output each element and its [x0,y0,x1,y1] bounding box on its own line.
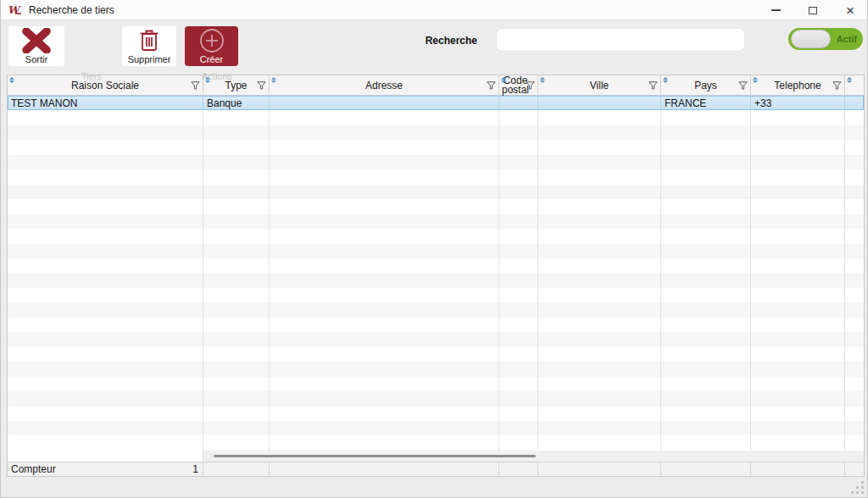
sort-icon[interactable] [663,77,668,83]
table-cell [499,125,538,140]
table-cell [499,421,538,435]
table-cell [270,125,499,140]
table-cell [661,110,751,125]
table-cell [203,185,270,199]
table-row[interactable] [8,140,864,154]
table-cell [203,391,270,406]
table-cell [845,273,864,287]
table-cell [270,391,499,406]
window-title: Recherche de tiers [29,4,114,16]
footer-cell [751,462,845,476]
sort-icon[interactable] [847,77,852,83]
table-cell [538,421,661,435]
table-cell [203,347,270,362]
sort-icon[interactable] [501,77,506,83]
table-row[interactable] [8,169,864,184]
filter-icon[interactable] [191,81,200,90]
sort-icon[interactable] [753,77,758,83]
table-cell [538,185,661,199]
table-row[interactable] [8,318,864,332]
table-cell [751,258,845,273]
table-row[interactable] [8,347,864,362]
minimize-button[interactable] [757,0,794,20]
table-row[interactable] [8,214,864,229]
tiers-table: Raison SocialeTypeAdresseCode postalVill… [7,75,865,477]
footer-cell [270,462,499,476]
table-row[interactable] [8,407,864,421]
table-cell [845,347,864,362]
column-header-label: Raison Sociale [71,81,139,91]
table-cell [661,302,751,317]
filter-icon[interactable] [526,81,535,90]
table-row[interactable] [8,155,864,169]
maximize-button[interactable] [794,0,832,20]
trash-icon [139,26,159,54]
table-row[interactable] [8,391,864,406]
create-button[interactable]: Créer [185,26,238,66]
active-toggle[interactable]: Actif [788,28,863,50]
table-cell [661,347,751,362]
table-cell [270,258,499,273]
table-cell: FRANCE [661,96,751,110]
table-cell [661,318,751,332]
table-row[interactable] [8,362,864,376]
table-cell [203,362,270,376]
table-cell: TEST MANON [8,96,203,110]
close-button[interactable]: × [832,0,868,20]
table-cell [845,362,864,376]
table-cell [270,214,499,229]
table-cell [499,140,538,154]
maximize-icon [809,7,817,14]
table-cell [499,302,538,317]
table-cell [499,258,538,273]
table-row[interactable] [8,258,864,273]
table-row[interactable] [8,185,864,199]
table-row[interactable] [8,110,864,125]
table-row[interactable] [8,244,864,258]
table-row[interactable] [8,332,864,346]
resize-grip[interactable] [850,480,864,494]
table-cell [751,407,845,421]
table-row[interactable] [8,302,864,317]
toggle-knob[interactable] [791,30,831,48]
horizontal-scrollbar-track[interactable] [8,451,864,462]
filter-icon[interactable] [832,81,842,90]
titlebar: W Recherche de tiers × [1,0,868,20]
column-header-raison-sociale[interactable]: Raison Sociale [8,75,203,95]
sort-icon[interactable] [9,77,14,83]
delete-button[interactable]: Supprimer [122,26,176,66]
table-row[interactable] [8,199,864,213]
table-cell [499,199,538,213]
table-cell [845,288,864,302]
table-cell [661,288,751,302]
table-row[interactable] [8,273,864,287]
table-cell [499,110,538,125]
column-header-ville[interactable]: Ville [538,75,661,95]
column-header-extra[interactable] [845,75,864,95]
filter-icon[interactable] [738,81,748,90]
table-row[interactable] [8,229,864,243]
filter-icon[interactable] [487,81,496,90]
table-row[interactable] [8,435,864,450]
table-row[interactable] [8,377,864,391]
column-header-code-postal[interactable]: Code postal [499,75,538,95]
horizontal-scrollbar-thumb[interactable] [214,455,536,457]
table-cell [661,258,751,273]
table-cell [751,110,845,125]
sort-icon[interactable] [271,77,276,83]
table-row[interactable] [8,288,864,302]
table-cell [8,435,203,450]
filter-icon[interactable] [648,81,658,90]
exit-button[interactable]: Sortir [8,26,64,66]
column-header-pays[interactable]: Pays [661,75,751,95]
column-header-adresse[interactable]: Adresse [270,75,499,95]
table-row[interactable] [8,421,864,435]
exit-cross-icon [20,26,53,54]
sort-icon[interactable] [540,77,545,83]
table-row-selected[interactable]: TEST MANONBanqueFRANCE+33 [8,96,864,110]
table-row[interactable] [8,125,864,140]
filter-icon[interactable] [257,81,266,90]
search-input[interactable] [497,29,744,51]
column-header-label: Adresse [365,81,403,91]
column-header-telephone[interactable]: Telephone [751,75,845,95]
